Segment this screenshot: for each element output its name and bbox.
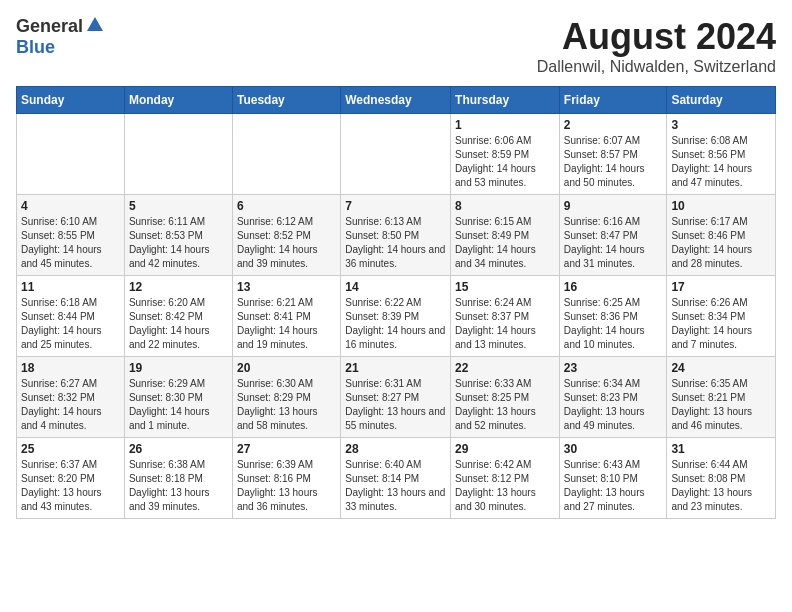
calendar-header-row: Sunday Monday Tuesday Wednesday Thursday… xyxy=(17,87,776,114)
day-info: Sunrise: 6:13 AM Sunset: 8:50 PM Dayligh… xyxy=(345,215,446,271)
day-number: 21 xyxy=(345,361,446,375)
day-number: 11 xyxy=(21,280,120,294)
day-info: Sunrise: 6:42 AM Sunset: 8:12 PM Dayligh… xyxy=(455,458,555,514)
day-number: 13 xyxy=(237,280,336,294)
day-number: 25 xyxy=(21,442,120,456)
table-row: 1Sunrise: 6:06 AM Sunset: 8:59 PM Daylig… xyxy=(451,114,560,195)
day-info: Sunrise: 6:35 AM Sunset: 8:21 PM Dayligh… xyxy=(671,377,771,433)
table-row: 30Sunrise: 6:43 AM Sunset: 8:10 PM Dayli… xyxy=(559,438,667,519)
table-row: 20Sunrise: 6:30 AM Sunset: 8:29 PM Dayli… xyxy=(232,357,340,438)
table-row: 31Sunrise: 6:44 AM Sunset: 8:08 PM Dayli… xyxy=(667,438,776,519)
table-row xyxy=(232,114,340,195)
table-row: 10Sunrise: 6:17 AM Sunset: 8:46 PM Dayli… xyxy=(667,195,776,276)
table-row: 8Sunrise: 6:15 AM Sunset: 8:49 PM Daylig… xyxy=(451,195,560,276)
table-row: 22Sunrise: 6:33 AM Sunset: 8:25 PM Dayli… xyxy=(451,357,560,438)
logo-blue-text: Blue xyxy=(16,37,55,58)
header-tuesday: Tuesday xyxy=(232,87,340,114)
table-row: 24Sunrise: 6:35 AM Sunset: 8:21 PM Dayli… xyxy=(667,357,776,438)
day-info: Sunrise: 6:27 AM Sunset: 8:32 PM Dayligh… xyxy=(21,377,120,433)
day-info: Sunrise: 6:25 AM Sunset: 8:36 PM Dayligh… xyxy=(564,296,663,352)
day-info: Sunrise: 6:22 AM Sunset: 8:39 PM Dayligh… xyxy=(345,296,446,352)
table-row: 14Sunrise: 6:22 AM Sunset: 8:39 PM Dayli… xyxy=(341,276,451,357)
day-info: Sunrise: 6:24 AM Sunset: 8:37 PM Dayligh… xyxy=(455,296,555,352)
day-number: 24 xyxy=(671,361,771,375)
day-info: Sunrise: 6:12 AM Sunset: 8:52 PM Dayligh… xyxy=(237,215,336,271)
day-number: 10 xyxy=(671,199,771,213)
day-number: 19 xyxy=(129,361,228,375)
table-row: 16Sunrise: 6:25 AM Sunset: 8:36 PM Dayli… xyxy=(559,276,667,357)
day-info: Sunrise: 6:11 AM Sunset: 8:53 PM Dayligh… xyxy=(129,215,228,271)
header-thursday: Thursday xyxy=(451,87,560,114)
calendar-week-row: 25Sunrise: 6:37 AM Sunset: 8:20 PM Dayli… xyxy=(17,438,776,519)
day-number: 18 xyxy=(21,361,120,375)
table-row: 26Sunrise: 6:38 AM Sunset: 8:18 PM Dayli… xyxy=(124,438,232,519)
day-info: Sunrise: 6:44 AM Sunset: 8:08 PM Dayligh… xyxy=(671,458,771,514)
table-row xyxy=(341,114,451,195)
table-row: 28Sunrise: 6:40 AM Sunset: 8:14 PM Dayli… xyxy=(341,438,451,519)
table-row: 12Sunrise: 6:20 AM Sunset: 8:42 PM Dayli… xyxy=(124,276,232,357)
day-info: Sunrise: 6:26 AM Sunset: 8:34 PM Dayligh… xyxy=(671,296,771,352)
day-number: 22 xyxy=(455,361,555,375)
day-info: Sunrise: 6:08 AM Sunset: 8:56 PM Dayligh… xyxy=(671,134,771,190)
table-row: 25Sunrise: 6:37 AM Sunset: 8:20 PM Dayli… xyxy=(17,438,125,519)
day-info: Sunrise: 6:07 AM Sunset: 8:57 PM Dayligh… xyxy=(564,134,663,190)
location-title: Dallenwil, Nidwalden, Switzerland xyxy=(537,58,776,76)
day-number: 29 xyxy=(455,442,555,456)
header-monday: Monday xyxy=(124,87,232,114)
table-row: 23Sunrise: 6:34 AM Sunset: 8:23 PM Dayli… xyxy=(559,357,667,438)
day-info: Sunrise: 6:21 AM Sunset: 8:41 PM Dayligh… xyxy=(237,296,336,352)
header: General Blue August 2024 Dallenwil, Nidw… xyxy=(16,16,776,76)
logo-icon xyxy=(85,15,105,35)
table-row: 9Sunrise: 6:16 AM Sunset: 8:47 PM Daylig… xyxy=(559,195,667,276)
day-number: 28 xyxy=(345,442,446,456)
day-number: 5 xyxy=(129,199,228,213)
day-info: Sunrise: 6:34 AM Sunset: 8:23 PM Dayligh… xyxy=(564,377,663,433)
table-row: 5Sunrise: 6:11 AM Sunset: 8:53 PM Daylig… xyxy=(124,195,232,276)
table-row xyxy=(124,114,232,195)
calendar-week-row: 4Sunrise: 6:10 AM Sunset: 8:55 PM Daylig… xyxy=(17,195,776,276)
day-number: 15 xyxy=(455,280,555,294)
day-info: Sunrise: 6:15 AM Sunset: 8:49 PM Dayligh… xyxy=(455,215,555,271)
table-row: 3Sunrise: 6:08 AM Sunset: 8:56 PM Daylig… xyxy=(667,114,776,195)
calendar-week-row: 11Sunrise: 6:18 AM Sunset: 8:44 PM Dayli… xyxy=(17,276,776,357)
day-number: 20 xyxy=(237,361,336,375)
day-number: 30 xyxy=(564,442,663,456)
table-row: 19Sunrise: 6:29 AM Sunset: 8:30 PM Dayli… xyxy=(124,357,232,438)
day-number: 1 xyxy=(455,118,555,132)
day-info: Sunrise: 6:30 AM Sunset: 8:29 PM Dayligh… xyxy=(237,377,336,433)
title-area: August 2024 Dallenwil, Nidwalden, Switze… xyxy=(537,16,776,76)
day-info: Sunrise: 6:38 AM Sunset: 8:18 PM Dayligh… xyxy=(129,458,228,514)
table-row: 2Sunrise: 6:07 AM Sunset: 8:57 PM Daylig… xyxy=(559,114,667,195)
day-info: Sunrise: 6:06 AM Sunset: 8:59 PM Dayligh… xyxy=(455,134,555,190)
day-number: 17 xyxy=(671,280,771,294)
day-info: Sunrise: 6:17 AM Sunset: 8:46 PM Dayligh… xyxy=(671,215,771,271)
day-number: 23 xyxy=(564,361,663,375)
day-number: 4 xyxy=(21,199,120,213)
header-saturday: Saturday xyxy=(667,87,776,114)
day-number: 9 xyxy=(564,199,663,213)
day-info: Sunrise: 6:16 AM Sunset: 8:47 PM Dayligh… xyxy=(564,215,663,271)
calendar-week-row: 18Sunrise: 6:27 AM Sunset: 8:32 PM Dayli… xyxy=(17,357,776,438)
day-info: Sunrise: 6:43 AM Sunset: 8:10 PM Dayligh… xyxy=(564,458,663,514)
header-sunday: Sunday xyxy=(17,87,125,114)
logo-general-text: General xyxy=(16,16,83,37)
day-number: 3 xyxy=(671,118,771,132)
day-number: 7 xyxy=(345,199,446,213)
day-info: Sunrise: 6:31 AM Sunset: 8:27 PM Dayligh… xyxy=(345,377,446,433)
day-number: 8 xyxy=(455,199,555,213)
table-row: 27Sunrise: 6:39 AM Sunset: 8:16 PM Dayli… xyxy=(232,438,340,519)
table-row: 6Sunrise: 6:12 AM Sunset: 8:52 PM Daylig… xyxy=(232,195,340,276)
day-info: Sunrise: 6:20 AM Sunset: 8:42 PM Dayligh… xyxy=(129,296,228,352)
day-number: 12 xyxy=(129,280,228,294)
table-row: 29Sunrise: 6:42 AM Sunset: 8:12 PM Dayli… xyxy=(451,438,560,519)
table-row: 17Sunrise: 6:26 AM Sunset: 8:34 PM Dayli… xyxy=(667,276,776,357)
header-friday: Friday xyxy=(559,87,667,114)
svg-marker-0 xyxy=(87,17,103,31)
table-row xyxy=(17,114,125,195)
day-info: Sunrise: 6:10 AM Sunset: 8:55 PM Dayligh… xyxy=(21,215,120,271)
day-number: 26 xyxy=(129,442,228,456)
month-title: August 2024 xyxy=(537,16,776,58)
day-info: Sunrise: 6:18 AM Sunset: 8:44 PM Dayligh… xyxy=(21,296,120,352)
table-row: 15Sunrise: 6:24 AM Sunset: 8:37 PM Dayli… xyxy=(451,276,560,357)
day-number: 31 xyxy=(671,442,771,456)
